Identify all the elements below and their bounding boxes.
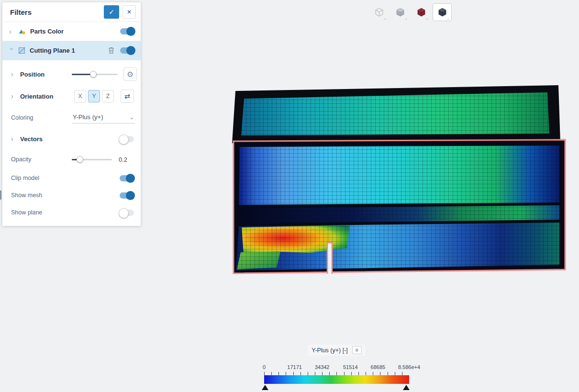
view-mode-surface-button[interactable]: ⌄ [390,3,410,21]
view-mode-toolbar: ⌄ ⌄ ⌄ ⌄ [369,3,452,21]
opacity-slider[interactable] [72,156,112,163]
show-mesh-row: Show mesh [2,187,141,204]
orientation-label: Orientation [20,93,53,100]
show-plane-row: Show plane [2,204,141,221]
close-icon: ✕ [127,9,132,15]
parts-color-toggle[interactable] [120,28,134,34]
coloring-row: Coloring Y-Plus (y+) ⌄ [2,107,141,128]
legend-max-marker[interactable] [403,385,410,390]
cutting-plane-icon [18,47,25,54]
opacity-value: 0.2 [119,156,134,163]
chevron-right-icon[interactable]: › [9,28,15,35]
view-mode-mesh-button[interactable]: ⌄ [433,3,452,21]
chevron-down-icon: ⌄ [383,17,387,21]
vectors-toggle[interactable] [120,136,134,142]
cutting-plane-controls: › Position ⊙ › Orientation X Y Z [2,60,141,226]
chevron-down-icon[interactable]: › [9,48,15,54]
mesh-notch [327,243,332,274]
color-legend: Y-Plus (y+) [-] ≡ 0 17171 34342 51514 68… [264,345,409,384]
vectors-label: Vectors [20,135,43,143]
cutting-plane-toggle[interactable] [120,47,134,54]
position-row: › Position ⊙ [2,63,141,85]
orientation-row: › Orientation X Y Z ⇄ [2,85,141,107]
tick-label: 8.586e+4 [398,364,420,370]
tick-label: 0 [263,364,266,370]
cube-outline-icon [374,7,384,17]
menu-icon: ≡ [356,347,358,353]
legend-scale: 0 17171 34342 51514 68685 8.586e+4 [264,364,409,384]
mesh-render [229,84,567,276]
swap-arrows-icon: ⇄ [124,92,130,100]
legend-menu-button[interactable]: ≡ [352,346,362,354]
apply-filters-button[interactable]: ✓ [104,5,119,19]
cube-solid-dark-icon [437,7,447,17]
filter-row-parts-color[interactable]: › Parts Color [2,22,141,41]
legend-min-marker[interactable] [262,385,268,390]
position-center-button[interactable]: ⊙ [123,67,137,81]
panel-title: Filters [10,8,104,16]
legend-color-bar[interactable] [264,375,409,384]
trash-icon [108,47,114,54]
tick-label: 51514 [343,364,358,370]
legend-tick-labels: 0 17171 34342 51514 68685 8.586e+4 [264,364,409,371]
filter-row-cutting-plane[interactable]: › Cutting Plane 1 [2,41,141,60]
check-icon: ✓ [109,8,114,16]
view-mode-wireframe-button[interactable]: ⌄ [369,3,389,21]
opacity-label: Opacity [11,156,31,163]
cube-solid-gray-icon [395,7,405,17]
axis-z-button[interactable]: Z [102,90,114,102]
tick-label: 68685 [371,364,386,370]
show-plane-toggle[interactable] [120,210,134,216]
cube-solid-maroon-icon [416,7,426,17]
opacity-row: Opacity 0.2 [2,149,141,169]
coloring-dropdown[interactable]: Y-Plus (y+) ⌄ [72,112,135,123]
show-mesh-label: Show mesh [11,192,42,199]
close-panel-button[interactable]: ✕ [122,5,136,19]
chevron-right-icon[interactable]: › [11,135,17,142]
chevron-down-icon: ⌄ [404,17,408,21]
opacity-slider-knob[interactable] [77,156,83,163]
chevron-down-icon: ⌄ [425,17,429,21]
legend-tick-marks [264,372,409,375]
parts-color-icon [18,28,26,35]
clip-model-row: Clip model [2,169,141,187]
show-plane-label: Show plane [11,209,42,216]
center-target-icon: ⊙ [127,70,134,78]
flip-orientation-button[interactable]: ⇄ [121,90,134,103]
panel-resize-handle[interactable] [0,190,1,200]
chevron-down-icon: ⌄ [129,114,134,121]
coloring-label: Coloring [11,114,33,121]
chevron-down-icon: ⌄ [446,17,450,21]
chevron-right-icon[interactable]: › [11,71,17,78]
viewport-3d[interactable] [229,84,567,276]
chevron-right-icon[interactable]: › [11,93,17,100]
show-mesh-toggle[interactable] [120,192,134,199]
position-slider[interactable] [72,71,118,78]
vectors-row: › Vectors [2,128,141,149]
cutting-plane-label: Cutting Plane 1 [30,47,108,54]
legend-title: Y-Plus (y+) [-] [312,347,348,354]
tick-label: 34342 [315,364,330,370]
clip-model-toggle[interactable] [120,175,134,181]
view-mode-solid-color-button[interactable]: ⌄ [412,3,431,21]
coloring-value: Y-Plus (y+) [73,113,129,121]
parts-color-label: Parts Color [30,28,120,35]
clip-model-label: Clip model [11,175,39,181]
tick-label: 17171 [287,364,302,370]
delete-cutting-plane-button[interactable] [108,47,114,54]
axis-x-button[interactable]: X [74,90,86,102]
position-slider-knob[interactable] [90,71,97,78]
filters-panel: Filters ✓ ✕ › Parts Color › Cutting Plan… [2,2,141,226]
position-label: Position [20,71,45,78]
filters-panel-header: Filters ✓ ✕ [2,2,141,22]
legend-title-pill: Y-Plus (y+) [-] ≡ [308,345,366,356]
axis-y-button[interactable]: Y [88,90,100,102]
